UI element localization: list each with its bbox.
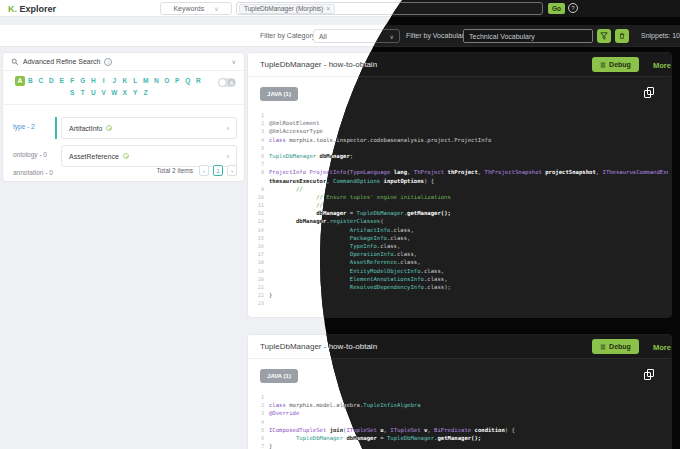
snippet-panel-1: TupleDbManager - how-to-obtain Debug Mor…	[247, 52, 672, 318]
alphabet-letter[interactable]: U	[88, 88, 99, 98]
snippet-panel-2-body: JAVA (1) 12class morphis.model.algebra.T…	[248, 359, 671, 449]
more-button[interactable]: More	[653, 61, 671, 70]
keywords-select-value: Keywords	[173, 5, 204, 12]
alphabet-letter[interactable]: A	[15, 76, 26, 86]
alphabet-letter[interactable]: C	[36, 76, 47, 86]
alphabet-row-2: STUVWXYZ	[11, 88, 207, 98]
code-line: 4class morphis.tools.inspector.codebasea…	[254, 136, 668, 144]
case-toggle[interactable]: A	[218, 78, 236, 87]
code-line: 12 dbManager = TupleDbManager.getManager…	[254, 209, 668, 217]
code-line: 2class morphis.model.algebra.TupleInfixA…	[254, 401, 668, 409]
debug-button[interactable]: Debug	[592, 339, 639, 354]
alphabet-letter[interactable]: H	[88, 76, 99, 86]
page-number-button[interactable]: 1	[213, 165, 223, 176]
page-next-button[interactable]: ›	[227, 165, 237, 176]
info-icon: i	[104, 58, 112, 66]
alphabet-row-1: ABCDEFGHIJKLMNOPQR	[11, 76, 207, 86]
code-line: 11 //	[254, 201, 668, 209]
alphabet-letter[interactable]: O	[162, 76, 173, 86]
alphabet-filter: ABCDEFGHIJKLMNOPQR STUVWXYZ A	[3, 71, 244, 105]
result-item[interactable]: AssetReference›	[61, 145, 237, 167]
alphabet-letter[interactable]: F	[67, 76, 78, 86]
alphabet-letter[interactable]: S	[67, 88, 78, 98]
alphabet-letter[interactable]: D	[46, 76, 57, 86]
total-items-label: Total 2 items	[157, 167, 194, 174]
result-item[interactable]: ArtifactInfo›	[61, 117, 237, 139]
keywords-select[interactable]: Keywords ∨	[160, 2, 232, 15]
snippet-panel-1-body: JAVA (1) 12@XmlRootElement3@XmlAccessorT…	[248, 77, 671, 318]
alphabet-letter[interactable]: T	[78, 88, 89, 98]
code-line: 3@Override	[254, 409, 668, 417]
close-icon[interactable]: ×	[326, 5, 330, 12]
code-block: 12class morphis.model.algebra.TupleInfix…	[254, 393, 668, 449]
help-icon[interactable]: ?	[568, 3, 578, 13]
code-line: 7	[254, 160, 668, 168]
facet-results: type - 2ontology - 0annotation - 0 Artif…	[3, 105, 244, 182]
active-facet-indicator	[55, 117, 57, 139]
snippet-title: TupleDbManager - how-to-obtain	[260, 60, 377, 69]
alphabet-letter[interactable]: X	[120, 88, 131, 98]
alphabet-letter[interactable]: P	[172, 76, 183, 86]
code-line: 18 AssetReference.class,	[254, 258, 668, 266]
alphabet-letter[interactable]: K	[120, 76, 131, 86]
code-line: 22}	[254, 291, 668, 299]
alphabet-letter[interactable]: M	[141, 76, 152, 86]
trash-icon	[618, 32, 626, 40]
facet-item[interactable]: ontology - 0	[13, 151, 47, 158]
chevron-right-icon: ›	[227, 153, 229, 160]
search-term-chip[interactable]: TupleDbManager (Morphis) ×	[239, 4, 335, 14]
code-line: 8ProjectInfo ProjectInfo(TypeLanguage la…	[254, 168, 668, 176]
refine-search-header[interactable]: Advanced Refine Search i ∨	[3, 53, 244, 71]
alphabet-letter[interactable]: B	[25, 76, 36, 86]
vocabulary-input[interactable]: Technical Vocabulary	[463, 29, 593, 43]
category-select[interactable]: All ∨	[313, 29, 400, 43]
copy-icon[interactable]	[644, 87, 653, 97]
alphabet-letter[interactable]: J	[109, 76, 120, 86]
top-bar: K. Explorer Keywords ∨ TupleDbManager (M…	[0, 0, 680, 17]
search-input[interactable]: TupleDbManager (Morphis) ×	[236, 2, 543, 15]
code-line: 3@XmlAccessorType	[254, 127, 668, 135]
alphabet-letter[interactable]: N	[151, 76, 162, 86]
language-tag: JAVA (1)	[260, 87, 298, 101]
debug-button[interactable]: Debug	[592, 57, 639, 72]
chevron-right-icon: ›	[227, 125, 229, 132]
code-line: 23	[254, 299, 668, 307]
copy-icon[interactable]	[644, 369, 653, 379]
filter-clear-button[interactable]	[615, 29, 629, 43]
code-line: 13 dbManager.registerClasses(	[254, 217, 668, 225]
facet-item[interactable]: annotation - 0	[13, 169, 53, 176]
category-label: Filter by Category	[260, 32, 315, 39]
code-line: 21 ResolvedDependencyInfo.class);	[254, 283, 668, 291]
page-prev-button[interactable]: ‹	[199, 165, 209, 176]
code-line: 16 TypeInfo.class,	[254, 242, 668, 250]
alphabet-letter[interactable]: V	[99, 88, 110, 98]
debug-icon	[600, 62, 606, 68]
alphabet-letter[interactable]: Y	[130, 88, 141, 98]
chevron-down-icon[interactable]: ∨	[232, 58, 236, 65]
alphabet-letter[interactable]: W	[109, 88, 120, 98]
code-block: 12@XmlRootElement3@XmlAccessorType4class…	[254, 111, 668, 308]
alphabet-letter[interactable]: R	[193, 76, 204, 86]
code-line: 9 //	[254, 185, 668, 193]
more-button[interactable]: More	[653, 343, 671, 352]
alphabet-letter[interactable]: Z	[141, 88, 152, 98]
case-toggle-label: A	[228, 79, 235, 86]
chip-label: TupleDbManager (Morphis)	[244, 5, 323, 12]
logo-text: Explorer	[20, 4, 57, 14]
code-line: 6 TupleDbManager dbManager = TupleDbMana…	[254, 434, 668, 442]
go-button[interactable]: Go	[548, 3, 565, 14]
refine-search-title: Advanced Refine Search	[23, 58, 100, 65]
code-line: thesaurusExecutor, CommandOptions inputO…	[254, 177, 668, 185]
alphabet-letter[interactable]: G	[78, 76, 89, 86]
filter-apply-button[interactable]	[597, 29, 611, 43]
facet-item[interactable]: type - 2	[13, 123, 35, 130]
alphabet-letter[interactable]: L	[130, 76, 141, 86]
code-line: 17 OperationInfo.class,	[254, 250, 668, 258]
code-line: 20 ElementAnnotationsInfo.class,	[254, 275, 668, 283]
code-line: 19 EntityModelObjectInfo.class,	[254, 267, 668, 275]
alphabet-letter[interactable]: Q	[183, 76, 194, 86]
alphabet-letter[interactable]: I	[99, 76, 110, 86]
alphabet-letter[interactable]: E	[57, 76, 68, 86]
snippets-counter: Snippets: 10/34	[641, 32, 680, 39]
snippet-panel-2: TupleDbManager - how-to-obtain Debug Mor…	[247, 334, 672, 449]
